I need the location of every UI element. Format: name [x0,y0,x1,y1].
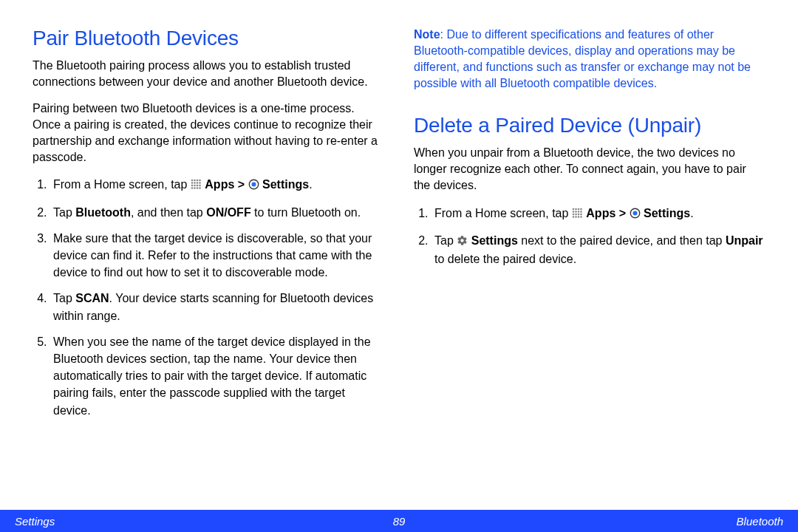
svg-point-27 [575,213,577,215]
pair-heading: Pair Bluetooth Devices [33,27,384,50]
svg-point-9 [194,185,196,187]
unpair-steps: From a Home screen, tap Apps > Settings.… [414,205,765,268]
scan-label: SCAN [75,292,109,304]
svg-point-18 [573,208,575,210]
svg-point-17 [251,183,256,187]
gear-icon [457,233,468,250]
svg-point-31 [575,216,577,218]
svg-point-35 [632,211,637,215]
apps-icon [572,206,583,223]
page: Pair Bluetooth Devices The Bluetooth pai… [0,0,798,532]
gt: > [619,207,630,219]
content-columns: Pair Bluetooth Devices The Bluetooth pai… [0,0,798,502]
svg-point-6 [197,183,199,185]
unpair-heading: Delete a Paired Device (Unpair) [414,114,765,137]
text: to delete the paired device. [434,253,576,265]
svg-point-5 [194,183,196,185]
bluetooth-label: Bluetooth [75,206,131,219]
svg-point-32 [578,216,580,218]
note-label: Note [414,28,440,41]
pair-intro-2: Pairing between two Bluetooth devices is… [33,100,384,166]
svg-point-23 [575,211,577,213]
apps-label: Apps [586,207,615,219]
apps-label: Apps [205,178,234,191]
svg-point-15 [199,188,201,190]
text: . [309,178,312,191]
unpair-step-1: From a Home screen, tap Apps > Settings. [432,205,765,223]
settings-icon [630,206,641,223]
unpair-label: Unpair [726,234,763,247]
settings-label: Settings [471,234,518,247]
unpair-step-2: Tap Settings next to the paired device, … [432,232,765,267]
svg-point-33 [580,216,582,218]
apps-icon [191,177,202,194]
text: . [690,207,693,219]
footer-left: Settings [15,515,55,528]
pair-step-4: Tap SCAN. Your device starts scanning fo… [50,290,384,324]
svg-point-4 [191,183,194,185]
svg-point-7 [199,183,201,185]
pair-step-5: When you see the name of the target devi… [50,333,384,419]
svg-point-19 [575,208,577,210]
footer: Settings 89 Bluetooth [0,510,798,532]
left-column: Pair Bluetooth Devices The Bluetooth pai… [33,27,384,502]
svg-point-29 [580,213,582,215]
svg-point-10 [197,185,199,187]
settings-label: Settings [644,207,690,219]
svg-point-0 [191,180,194,182]
text: Tap [53,206,75,219]
svg-point-24 [578,211,580,213]
svg-point-20 [578,208,580,210]
settings-label: Settings [262,178,309,191]
pair-step-3: Make sure that the target device is disc… [50,230,384,282]
note: Note: Due to different specifications an… [414,27,765,92]
svg-point-11 [199,185,201,187]
text: next to the paired device, and then tap [518,234,726,247]
svg-point-3 [199,180,201,182]
settings-icon [248,177,259,194]
text: From a Home screen, tap [434,207,572,219]
pair-intro-1: The Bluetooth pairing process allows you… [33,58,384,90]
svg-point-25 [580,211,582,213]
svg-point-22 [573,211,575,213]
gt: > [238,178,248,191]
text: , and then tap [131,206,206,219]
text: Tap [434,234,457,247]
text: Tap [53,292,75,304]
svg-point-30 [573,216,575,218]
pair-step-2: Tap Bluetooth, and then tap ON/OFF to tu… [50,204,384,221]
right-column: Note: Due to different specifications an… [414,27,765,502]
text: From a Home screen, tap [53,178,191,191]
svg-point-2 [197,180,199,182]
unpair-intro: When you unpair from a Bluetooth device,… [414,145,765,194]
svg-point-8 [191,185,194,187]
svg-point-12 [191,188,194,190]
svg-point-14 [197,188,199,190]
svg-point-26 [573,213,575,215]
svg-point-13 [194,188,196,190]
page-number: 89 [393,515,406,528]
svg-point-1 [194,180,196,182]
svg-point-28 [578,213,580,215]
footer-right: Bluetooth [737,515,783,528]
pair-step-1: From a Home screen, tap Apps > Settings. [50,176,384,194]
note-text: : Due to different specifications and fe… [414,28,751,89]
pair-steps: From a Home screen, tap Apps > Settings.… [33,176,384,418]
text: to turn Bluetooth on. [251,206,361,219]
svg-point-21 [580,208,582,210]
onoff-label: ON/OFF [206,206,250,219]
